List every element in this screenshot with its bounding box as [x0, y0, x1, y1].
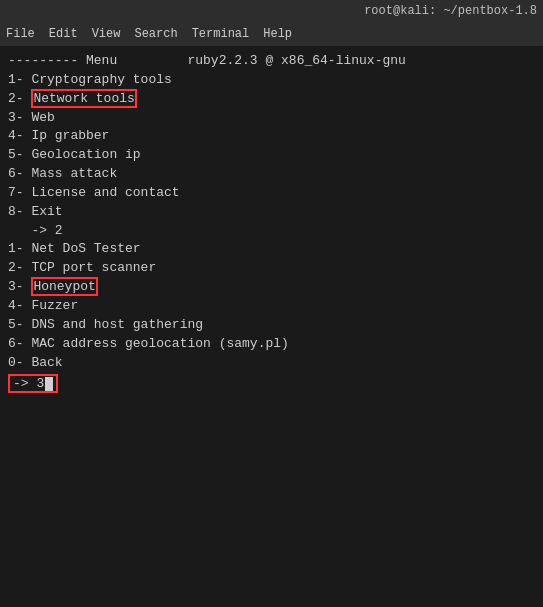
honeypot-highlight: Honeypot	[31, 277, 97, 296]
arrow-choice: -> 2	[8, 222, 535, 241]
terminal-body: --------- Menu ruby2.2.3 @ x86_64-linux-…	[0, 46, 543, 607]
menu-item-7: 7- License and contact	[8, 184, 535, 203]
input-line[interactable]: -> 3	[8, 374, 535, 393]
menu-item-2-line: 2- Network tools	[8, 90, 535, 109]
menu-item-1: 1- Cryptography tools	[8, 71, 535, 90]
menu-view[interactable]: View	[92, 27, 121, 41]
menu-bar[interactable]: File Edit View Search Terminal Help	[0, 22, 543, 46]
menu-item-3: 3- Web	[8, 109, 535, 128]
sub-item-3-line: 3- Honeypot	[8, 278, 535, 297]
cursor	[45, 377, 53, 391]
menu-item-8: 8- Exit	[8, 203, 535, 222]
input-prompt-text: -> 3	[13, 376, 44, 391]
sub-item-6: 6- MAC address geolocation (samy.pl)	[8, 335, 535, 354]
menu-help[interactable]: Help	[263, 27, 292, 41]
back-item: 0- Back	[8, 354, 535, 373]
menu-item-4: 4- Ip grabber	[8, 127, 535, 146]
title-bar: root@kali: ~/pentbox-1.8	[0, 0, 543, 22]
menu-search[interactable]: Search	[134, 27, 177, 41]
menu-file[interactable]: File	[6, 27, 35, 41]
menu-item-5: 5- Geolocation ip	[8, 146, 535, 165]
sub-item-1: 1- Net DoS Tester	[8, 240, 535, 259]
title-bar-right: root@kali: ~/pentbox-1.8	[364, 4, 537, 18]
sub-item-5: 5- DNS and host gathering	[8, 316, 535, 335]
network-tools-highlight: Network tools	[31, 89, 136, 108]
input-highlight[interactable]: -> 3	[8, 374, 58, 393]
menu-item-6: 6- Mass attack	[8, 165, 535, 184]
sub-item-2: 2- TCP port scanner	[8, 259, 535, 278]
menu-terminal[interactable]: Terminal	[192, 27, 250, 41]
menu-edit[interactable]: Edit	[49, 27, 78, 41]
menu-header: --------- Menu ruby2.2.3 @ x86_64-linux-…	[8, 52, 535, 71]
sub-item-4: 4- Fuzzer	[8, 297, 535, 316]
